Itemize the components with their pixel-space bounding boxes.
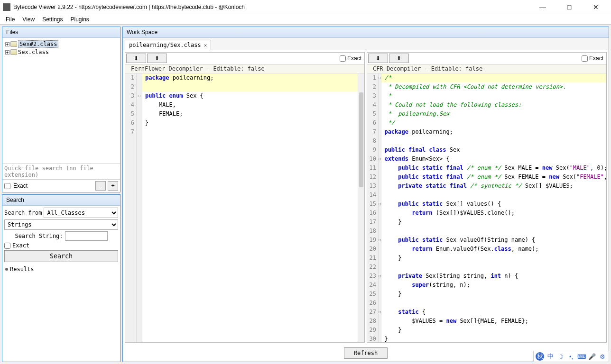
- tree-item[interactable]: +Sex#2.class: [5, 40, 117, 48]
- tray-icon[interactable]: 秋: [536, 352, 544, 361]
- tree-label: Sex.class: [18, 49, 49, 55]
- scrollbar[interactable]: [358, 73, 364, 342]
- search-panel: Search Search from All_Classes Strings S…: [2, 194, 120, 362]
- download-button[interactable]: ⬇: [368, 54, 388, 63]
- file-icon: [10, 41, 17, 47]
- search-string-label: Search String:: [15, 233, 63, 239]
- search-from-select[interactable]: All_Classes: [44, 208, 118, 218]
- tab-file[interactable]: poilearning/Sex.class ✕: [125, 40, 211, 50]
- editor-left: ⬇ ⬆ Exact FernFlower Decompiler - Editab…: [125, 52, 365, 343]
- right-exact-checkbox[interactable]: [582, 55, 588, 62]
- right-code-area[interactable]: 1234567891011121314151617181920212223242…: [367, 73, 606, 342]
- expand-icon[interactable]: +: [5, 42, 9, 46]
- menu-file[interactable]: File: [2, 15, 19, 24]
- tab-close-icon[interactable]: ✕: [204, 42, 207, 48]
- tray-icon[interactable]: 🎤: [588, 352, 596, 361]
- search-header: Search: [2, 195, 120, 206]
- tree-item[interactable]: +Sex.class: [5, 48, 117, 56]
- close-button[interactable]: ✕: [586, 3, 605, 11]
- system-tray: 秋 中 ☽ •, ⌨ 🎤 ⚙: [533, 351, 609, 362]
- search-exact-label: Exact: [12, 242, 29, 249]
- files-exact-label: Exact: [13, 182, 28, 189]
- right-editor-title: CFR Decompiler - Editable: false: [367, 64, 606, 73]
- refresh-button[interactable]: Refresh: [344, 347, 388, 359]
- files-tree[interactable]: +Sex#2.class+Sex.class: [2, 38, 120, 164]
- tray-icon[interactable]: •,: [567, 352, 575, 361]
- files-panel: Files +Sex#2.class+Sex.class Quick file …: [2, 27, 120, 192]
- maximize-button[interactable]: □: [560, 3, 579, 11]
- tray-icon[interactable]: ⚙: [598, 352, 607, 361]
- quick-search-input[interactable]: Quick file search (no file extension): [2, 164, 120, 179]
- results-label: Results: [10, 266, 34, 273]
- menu-view[interactable]: View: [19, 15, 38, 24]
- tray-icon[interactable]: ⌨: [577, 352, 586, 361]
- left-code-area[interactable]: 1234567⊟package poilearning;public enum …: [125, 73, 364, 342]
- tab-label: poilearning/Sex.class: [129, 42, 201, 48]
- expand-icon[interactable]: +: [5, 50, 9, 55]
- left-exact-checkbox[interactable]: [340, 55, 346, 62]
- tray-icon[interactable]: 中: [546, 352, 555, 361]
- tray-icon[interactable]: ☽: [556, 352, 565, 361]
- workspace-panel: Work Space poilearning/Sex.class ✕ ⬇ ⬆ E…: [122, 27, 609, 362]
- window-title: Bytecode Viewer 2.9.22 - https://bytecod…: [13, 4, 533, 10]
- right-exact-label: Exact: [589, 55, 603, 62]
- left-editor-title: FernFlower Decompiler - Editable: false: [125, 64, 364, 73]
- search-type-select[interactable]: Strings: [4, 219, 118, 230]
- workspace-header: Work Space: [123, 27, 609, 38]
- titlebar: Bytecode Viewer 2.9.22 - https://bytecod…: [0, 0, 611, 14]
- tree-label: Sex#2.class: [18, 40, 58, 48]
- editor-right: ⬇ ⬆ Exact CFR Decompiler - Editable: fal…: [367, 52, 607, 343]
- minimize-button[interactable]: —: [533, 3, 552, 11]
- search-exact-checkbox[interactable]: [4, 243, 10, 249]
- files-header: Files: [2, 27, 120, 38]
- upload-button[interactable]: ⬆: [389, 54, 409, 63]
- files-exact-checkbox[interactable]: [4, 183, 10, 189]
- search-button[interactable]: Search: [4, 250, 118, 262]
- download-button[interactable]: ⬇: [126, 54, 146, 63]
- search-string-input[interactable]: [65, 231, 108, 241]
- window-controls: — □ ✕: [533, 3, 608, 11]
- menu-settings[interactable]: Settings: [38, 15, 66, 24]
- left-exact-label: Exact: [347, 55, 361, 62]
- app-icon: [3, 3, 10, 11]
- collapse-button[interactable]: -: [95, 181, 106, 191]
- menu-plugins[interactable]: Plugins: [67, 15, 93, 24]
- upload-button[interactable]: ⬆: [147, 54, 167, 63]
- results-bullet-icon: [5, 268, 8, 271]
- search-results: Results: [2, 264, 120, 362]
- search-from-label: Search from: [4, 209, 42, 216]
- file-icon: [10, 49, 17, 55]
- expand-button[interactable]: +: [108, 181, 118, 191]
- menubar: File View Settings Plugins: [0, 14, 611, 25]
